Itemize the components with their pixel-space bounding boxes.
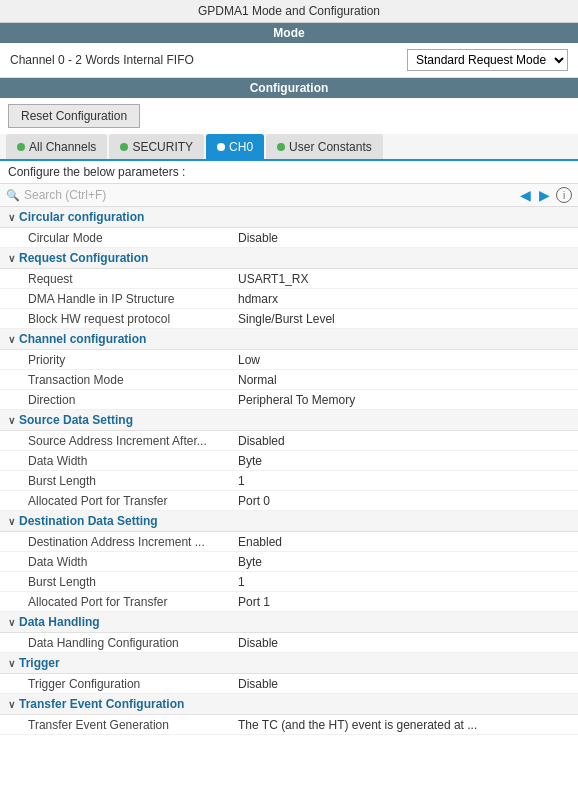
- group-name: Transfer Event Configuration: [19, 697, 184, 711]
- group-header[interactable]: ∨Source Data Setting: [0, 410, 578, 431]
- param-row: DirectionPeripheral To Memory: [0, 390, 578, 410]
- param-row: Burst Length1: [0, 471, 578, 491]
- param-row: Destination Address Increment ...Enabled: [0, 532, 578, 552]
- param-name: Data Width: [28, 555, 238, 569]
- param-value[interactable]: hdmarx: [238, 292, 278, 306]
- tab-ch0[interactable]: CH0: [206, 134, 264, 159]
- param-value[interactable]: Disabled: [238, 434, 285, 448]
- param-name: Direction: [28, 393, 238, 407]
- param-value[interactable]: Byte: [238, 555, 262, 569]
- tab-label: User Constants: [289, 140, 372, 154]
- title-bar: GPDMA1 Mode and Configuration: [0, 0, 578, 23]
- param-value[interactable]: Enabled: [238, 535, 282, 549]
- param-row: Allocated Port for TransferPort 1: [0, 592, 578, 612]
- param-value[interactable]: Normal: [238, 373, 277, 387]
- prev-arrow[interactable]: ◀: [518, 187, 533, 203]
- chevron-down-icon: ∨: [8, 253, 15, 264]
- tab-label: All Channels: [29, 140, 96, 154]
- group-name: Destination Data Setting: [19, 514, 158, 528]
- param-name: Source Address Increment After...: [28, 434, 238, 448]
- page-title: GPDMA1 Mode and Configuration: [198, 4, 380, 18]
- param-row: Trigger ConfigurationDisable: [0, 674, 578, 694]
- param-value[interactable]: The TC (and the HT) event is generated a…: [238, 718, 477, 732]
- tab-dot: [17, 143, 25, 151]
- chevron-down-icon: ∨: [8, 415, 15, 426]
- tab-dot: [217, 143, 225, 151]
- next-arrow[interactable]: ▶: [537, 187, 552, 203]
- channel-label: Channel 0 - 2 Words Internal FIFO: [10, 53, 194, 67]
- param-row: DMA Handle in IP Structurehdmarx: [0, 289, 578, 309]
- group-header[interactable]: ∨Data Handling: [0, 612, 578, 633]
- param-row: RequestUSART1_RX: [0, 269, 578, 289]
- param-name: Data Width: [28, 454, 238, 468]
- mode-section-header: Mode: [0, 23, 578, 43]
- mode-select[interactable]: Standard Request ModeLink Transfer Mode: [407, 49, 568, 71]
- param-value[interactable]: 1: [238, 575, 245, 589]
- group-name: Data Handling: [19, 615, 100, 629]
- search-icon: 🔍: [6, 189, 20, 202]
- chevron-down-icon: ∨: [8, 516, 15, 527]
- param-row: Circular ModeDisable: [0, 228, 578, 248]
- tab-security[interactable]: SECURITY: [109, 134, 204, 159]
- param-name: Trigger Configuration: [28, 677, 238, 691]
- tab-label: CH0: [229, 140, 253, 154]
- param-name: Request: [28, 272, 238, 286]
- param-name: Transaction Mode: [28, 373, 238, 387]
- param-value[interactable]: Peripheral To Memory: [238, 393, 355, 407]
- param-name: Allocated Port for Transfer: [28, 494, 238, 508]
- param-row: Allocated Port for TransferPort 0: [0, 491, 578, 511]
- params-container: ∨Circular configurationCircular ModeDisa…: [0, 207, 578, 735]
- group-header[interactable]: ∨Request Configuration: [0, 248, 578, 269]
- chevron-down-icon: ∨: [8, 658, 15, 669]
- reset-config-button[interactable]: Reset Configuration: [8, 104, 140, 128]
- search-input[interactable]: [24, 188, 514, 202]
- tab-label: SECURITY: [132, 140, 193, 154]
- tab-dot: [277, 143, 285, 151]
- param-value[interactable]: 1: [238, 474, 245, 488]
- group-header[interactable]: ∨Circular configuration: [0, 207, 578, 228]
- param-row: Transfer Event GenerationThe TC (and the…: [0, 715, 578, 735]
- param-value[interactable]: Byte: [238, 454, 262, 468]
- search-row: 🔍 ◀ ▶ i: [0, 184, 578, 207]
- group-name: Trigger: [19, 656, 60, 670]
- chevron-down-icon: ∨: [8, 212, 15, 223]
- configure-label: Configure the below parameters :: [0, 161, 578, 184]
- param-value[interactable]: Port 1: [238, 595, 270, 609]
- param-row: PriorityLow: [0, 350, 578, 370]
- param-name: Allocated Port for Transfer: [28, 595, 238, 609]
- tabs-row: All ChannelsSECURITYCH0User Constants: [0, 134, 578, 161]
- group-header[interactable]: ∨Trigger: [0, 653, 578, 674]
- group-header[interactable]: ∨Transfer Event Configuration: [0, 694, 578, 715]
- param-row: Transaction ModeNormal: [0, 370, 578, 390]
- param-value[interactable]: Single/Burst Level: [238, 312, 335, 326]
- param-value[interactable]: Low: [238, 353, 260, 367]
- param-row: Data WidthByte: [0, 451, 578, 471]
- param-value[interactable]: Disable: [238, 636, 278, 650]
- group-header[interactable]: ∨Destination Data Setting: [0, 511, 578, 532]
- param-value[interactable]: Disable: [238, 231, 278, 245]
- tab-user-constants[interactable]: User Constants: [266, 134, 383, 159]
- param-name: Burst Length: [28, 575, 238, 589]
- param-name: Transfer Event Generation: [28, 718, 238, 732]
- param-name: Block HW request protocol: [28, 312, 238, 326]
- param-value[interactable]: Disable: [238, 677, 278, 691]
- group-name: Channel configuration: [19, 332, 146, 346]
- param-name: Destination Address Increment ...: [28, 535, 238, 549]
- group-name: Circular configuration: [19, 210, 144, 224]
- mode-row: Channel 0 - 2 Words Internal FIFO Standa…: [0, 43, 578, 78]
- param-name: Circular Mode: [28, 231, 238, 245]
- config-section-header: Configuration: [0, 78, 578, 98]
- param-value[interactable]: USART1_RX: [238, 272, 308, 286]
- info-icon[interactable]: i: [556, 187, 572, 203]
- param-value[interactable]: Port 0: [238, 494, 270, 508]
- group-name: Request Configuration: [19, 251, 148, 265]
- param-row: Block HW request protocolSingle/Burst Le…: [0, 309, 578, 329]
- group-header[interactable]: ∨Channel configuration: [0, 329, 578, 350]
- param-name: Priority: [28, 353, 238, 367]
- tab-dot: [120, 143, 128, 151]
- param-name: Data Handling Configuration: [28, 636, 238, 650]
- chevron-down-icon: ∨: [8, 617, 15, 628]
- param-row: Data Handling ConfigurationDisable: [0, 633, 578, 653]
- param-row: Data WidthByte: [0, 552, 578, 572]
- tab-all-channels[interactable]: All Channels: [6, 134, 107, 159]
